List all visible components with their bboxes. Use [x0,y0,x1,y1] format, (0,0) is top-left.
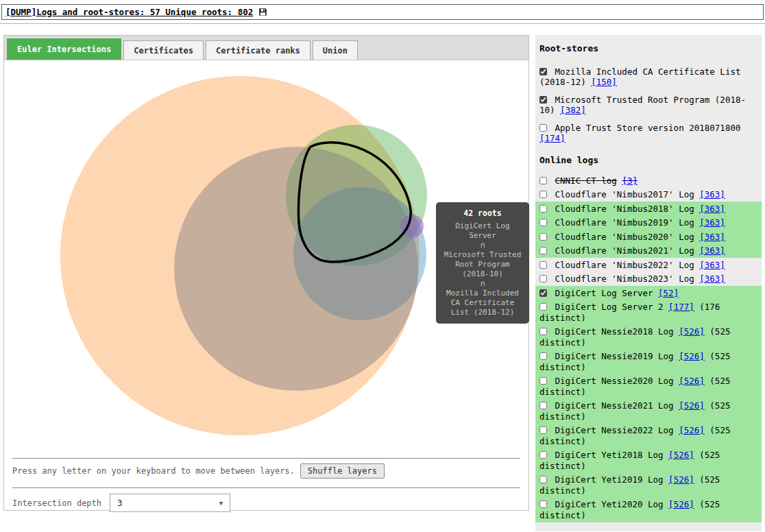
tab[interactable]: Certificates [123,40,204,60]
euler-set-circle-gray-set[interactable] [174,147,418,391]
root-store-checkbox[interactable] [539,68,547,75]
online-log-checkbox[interactable] [539,451,547,459]
tab[interactable]: Euler Intersections [7,38,121,60]
online-log-checkbox[interactable] [539,328,547,335]
online-log-label: Cloudflare 'Nimbus2017' Log [555,189,694,200]
online-log-label: Cloudflare 'Nimbus2019' Log [555,217,694,228]
root-store-checkbox[interactable] [539,96,547,104]
online-log-checkbox[interactable] [539,219,547,226]
online-log-label: Cloudflare 'Nimbus2023' Log [555,274,694,284]
online-log-count-link[interactable]: [363] [699,260,725,270]
online-log-item: DigiCert Log Server [52] [535,286,762,300]
root-store-checkbox[interactable] [539,124,547,132]
online-log-label: Cloudflare 'Nimbus2018' Log [555,204,694,214]
online-log-item: Cloudflare 'Nimbus2019' Log [363] [535,216,762,230]
online-log-count-link[interactable]: [526] [679,326,705,337]
chevron-down-icon: ▼ [219,500,223,507]
online-log-count-link[interactable]: [526] [668,499,694,509]
online-log-item: DigiCert Nessie2020 Log [526] (525 disti… [535,374,762,399]
online-log-count-link[interactable]: [3] [622,176,638,186]
intersection-depth-row: Intersection depth 3 ▼ [4,488,529,518]
online-log-checkbox[interactable] [539,233,547,241]
online-log-count-link[interactable]: [52] [658,288,679,298]
euler-diagram: 42 roots DigiCert Log Server ∩ Microsoft… [4,60,529,454]
tooltip-line: DigiCert Log Server [440,221,525,241]
online-log-count-link[interactable]: [363] [699,245,725,256]
online-log-checkbox[interactable] [539,402,547,409]
online-log-label: DigiCert Yeti2019 Log [555,474,664,485]
root-store-count-link[interactable]: [174] [539,133,566,143]
online-log-item: Cloudflare 'Nimbus2020' Log [363] [535,230,762,244]
online-log-label: CNNIC CT log [555,176,617,186]
intersection-depth-select[interactable]: 3 ▼ [110,494,230,512]
online-log-item: DigiCert Yeti2018 Log [526] (525 distinc… [535,448,762,473]
root-store-count-link[interactable]: [382] [560,105,586,115]
online-log-item: DigiCert Nessie2018 Log [526] (525 disti… [535,325,762,350]
online-log-label: DigiCert Nessie2019 Log [555,351,674,361]
page-title-link[interactable]: Logs and root-stores: 57 Unique roots: 8… [36,7,253,17]
shuffle-layers-button[interactable]: Shuffle layers [300,463,385,479]
intersection-depth-label: Intersection depth [12,498,101,508]
euler-circles [60,76,427,435]
dump-link[interactable]: [DUMP] [5,7,36,17]
online-log-checkbox[interactable] [539,275,547,282]
online-log-label: DigiCert Log Server 2 [555,302,664,312]
online-log-checkbox[interactable] [539,303,547,311]
top-divider [0,23,765,24]
tooltip-line: Mozilla Included CA Certificate List (20… [440,289,525,317]
online-logs-list: CNNIC CT log [3] Cloudflare 'Nimbus2017'… [535,173,762,522]
online-log-item: CNNIC CT log [3] [535,173,762,188]
online-log-item: DigiCert Nessie2019 Log [526] (525 disti… [535,350,762,374]
online-log-label: DigiCert Yeti2020 Log [555,499,664,509]
online-log-count-link[interactable]: [526] [668,450,694,460]
online-logs-heading: Online logs [535,155,762,165]
top-bar: [DUMP] Logs and root-stores: 57 Unique r… [1,4,764,20]
online-log-count-link[interactable]: [526] [668,474,694,485]
main-panel: Euler Intersections Certificates Certifi… [3,35,529,511]
online-log-count-link[interactable]: [526] [679,425,705,435]
online-log-count-link[interactable]: [526] [679,400,705,411]
online-log-count-link[interactable]: [363] [699,274,725,284]
sidebar: Root-stores Mozilla Included CA Certific… [535,35,762,531]
online-log-count-link[interactable]: [177] [668,302,694,312]
online-log-checkbox[interactable] [539,500,547,508]
online-log-checkbox[interactable] [539,205,547,213]
online-log-count-link[interactable]: [363] [699,232,725,242]
online-log-checkbox[interactable] [539,426,547,434]
root-stores-heading: Root-stores [535,43,762,53]
online-log-checkbox[interactable] [539,476,547,483]
online-log-checkbox[interactable] [539,289,547,297]
online-log-label: Cloudflare 'Nimbus2021' Log [555,245,694,256]
online-log-count-link[interactable]: [363] [699,204,725,214]
online-log-label: DigiCert Nessie2021 Log [555,400,674,411]
root-store-label: Apple Trust Store version 2018071800 [555,123,741,133]
root-stores-list: Mozilla Included CA Certificate List (20… [535,64,762,145]
online-log-item: DigiCert Yeti2019 Log [526] (525 distinc… [535,473,762,498]
online-log-checkbox[interactable] [539,191,547,198]
online-log-label: DigiCert Yeti2018 Log [555,450,664,460]
online-log-count-link[interactable]: [363] [699,217,725,228]
online-log-item: Cloudflare 'Nimbus2022' Log [363] [535,258,762,272]
tab[interactable]: Certificate ranks [206,40,311,60]
online-log-count-link[interactable]: [526] [679,351,705,361]
online-log-count-link[interactable]: [526] [679,376,705,386]
online-log-label: DigiCert Nessie2018 Log [555,326,674,337]
root-store-count-link[interactable]: [150] [591,77,617,87]
tooltip-title: 42 roots [440,208,525,218]
online-log-checkbox[interactable] [539,352,547,360]
root-store-item: Mozilla Included CA Certificate List (20… [535,64,762,89]
online-log-count-link[interactable]: [363] [699,189,725,200]
online-log-checkbox[interactable] [539,261,547,269]
online-log-label: Cloudflare 'Nimbus2022' Log [555,260,694,270]
online-log-checkbox[interactable] [539,377,547,385]
tooltip-line: ∩ [440,279,525,289]
keyboard-hint-text: Press any letter on your keyboard to mov… [12,466,295,476]
root-store-item: Apple Trust Store version 2018071800 [17… [535,121,762,145]
online-log-checkbox[interactable] [539,177,547,184]
online-log-label: DigiCert Log Server [555,288,653,298]
tooltip-line: ∩ [440,241,525,250]
online-log-checkbox[interactable] [539,247,547,254]
save-icon[interactable] [258,8,267,16]
tab[interactable]: Union [313,40,358,60]
tooltip-lines: DigiCert Log Server ∩ Microsoft Trusted … [440,221,525,317]
